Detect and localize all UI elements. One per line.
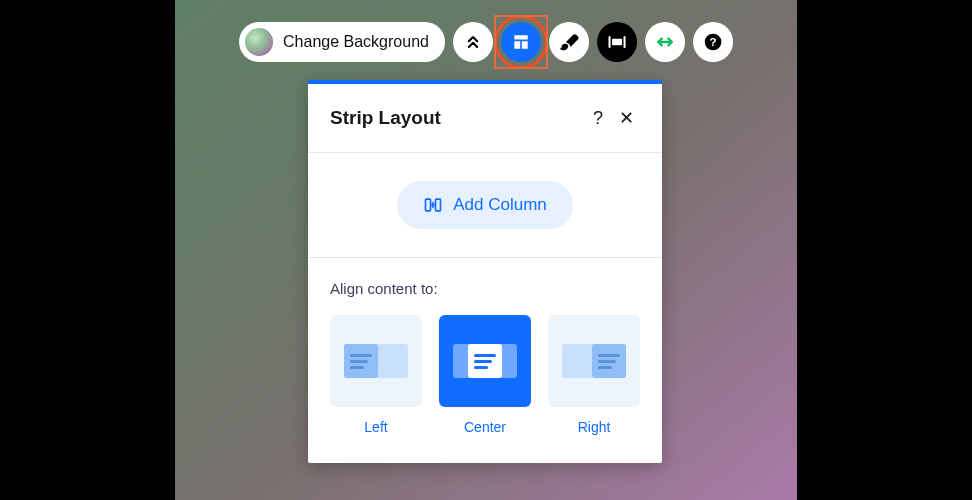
- align-left-tile: [330, 315, 422, 407]
- change-background-label: Change Background: [283, 33, 429, 51]
- panel-header: Strip Layout ? ✕: [308, 84, 662, 153]
- close-icon: ✕: [619, 107, 634, 129]
- resize-button[interactable]: [645, 22, 685, 62]
- svg-rect-0: [612, 39, 622, 46]
- align-left-label: Left: [364, 419, 387, 435]
- layout-button-highlight: [501, 22, 541, 62]
- add-column-button[interactable]: Add Column: [397, 181, 573, 229]
- scroll-effects-button[interactable]: [453, 22, 493, 62]
- add-column-section: Add Column: [308, 153, 662, 258]
- align-options: Left Center Right: [330, 315, 640, 435]
- panel-title: Strip Layout: [330, 107, 584, 129]
- stretch-button[interactable]: [597, 22, 637, 62]
- align-right-option[interactable]: Right: [548, 315, 640, 435]
- align-center-tile: [439, 315, 531, 407]
- svg-rect-6: [426, 199, 431, 211]
- align-left-option[interactable]: Left: [330, 315, 422, 435]
- svg-rect-7: [436, 199, 441, 211]
- align-right-tile: [548, 315, 640, 407]
- help-icon: ?: [593, 108, 603, 129]
- brush-icon: [559, 32, 579, 52]
- layout-button[interactable]: [501, 22, 541, 62]
- add-column-label: Add Column: [453, 195, 547, 215]
- chevrons-up-icon: [463, 32, 483, 52]
- help-icon: ?: [703, 32, 723, 52]
- strip-toolbar: Change Background: [239, 22, 733, 62]
- svg-text:?: ?: [709, 35, 716, 48]
- design-button[interactable]: [549, 22, 589, 62]
- change-background-button[interactable]: Change Background: [239, 22, 445, 62]
- align-section: Align content to: Left Center: [308, 258, 662, 463]
- align-right-label: Right: [578, 419, 611, 435]
- background-swatch-icon: [245, 28, 273, 56]
- strip-layout-panel: Strip Layout ? ✕ Add Column Align conten…: [308, 80, 662, 463]
- panel-help-button[interactable]: ?: [584, 104, 612, 132]
- align-center-option[interactable]: Center: [439, 315, 531, 435]
- stretch-icon: [607, 32, 627, 52]
- layout-icon: [511, 32, 531, 52]
- add-column-icon: [423, 195, 443, 215]
- editor-canvas: Change Background: [175, 0, 797, 500]
- panel-close-button[interactable]: ✕: [612, 104, 640, 132]
- align-center-label: Center: [464, 419, 506, 435]
- arrows-horizontal-icon: [655, 32, 675, 52]
- align-label: Align content to:: [330, 280, 640, 297]
- help-button[interactable]: ?: [693, 22, 733, 62]
